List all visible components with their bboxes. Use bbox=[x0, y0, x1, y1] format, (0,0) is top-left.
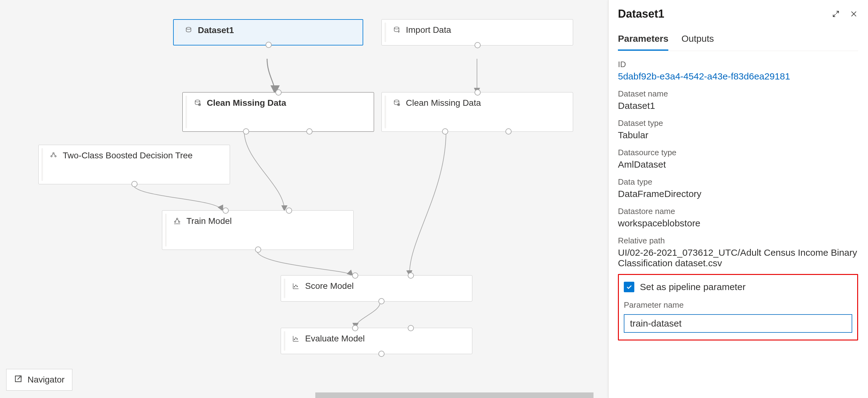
node-dataset1[interactable]: Dataset1 bbox=[173, 19, 363, 45]
field-label: Data type bbox=[618, 177, 858, 187]
tab-parameters[interactable]: Parameters bbox=[618, 30, 668, 51]
tab-outputs[interactable]: Outputs bbox=[681, 30, 714, 51]
node-output-port[interactable] bbox=[243, 128, 249, 134]
field-label: Dataset type bbox=[618, 118, 858, 128]
node-input-port[interactable] bbox=[275, 89, 282, 96]
svg-point-16 bbox=[296, 338, 297, 339]
navigator-label: Navigator bbox=[28, 375, 65, 385]
node-input-port[interactable] bbox=[408, 272, 414, 279]
horizontal-scrollbar[interactable] bbox=[315, 392, 593, 398]
expand-panel-button[interactable] bbox=[832, 9, 840, 18]
node-input-port[interactable] bbox=[408, 325, 414, 331]
node-two-class-bdt[interactable]: Two-Class Boosted Decision Tree bbox=[38, 145, 230, 184]
field-label: Datasource type bbox=[618, 148, 858, 157]
field-value: Tabular bbox=[618, 130, 858, 141]
svg-point-8 bbox=[55, 156, 56, 157]
algorithm-icon bbox=[49, 151, 58, 160]
svg-point-0 bbox=[186, 27, 191, 29]
field-label: Datastore name bbox=[618, 207, 858, 216]
svg-point-14 bbox=[297, 286, 298, 287]
node-train-model[interactable]: Train Model bbox=[162, 210, 353, 250]
node-output-port[interactable] bbox=[505, 128, 512, 134]
node-evaluate-model[interactable]: Evaluate Model bbox=[281, 328, 472, 354]
field-value: AmlDataset bbox=[618, 159, 858, 170]
properties-panel: Dataset1 Parameters Outputs ID 5dabf92b-… bbox=[608, 0, 868, 398]
node-label: Evaluate Model bbox=[305, 334, 365, 343]
svg-point-4 bbox=[394, 100, 399, 102]
navigator-icon bbox=[14, 374, 23, 385]
node-input-port[interactable] bbox=[286, 208, 292, 214]
field-value: UI/02-26-2021_073612_UTC/Adult Census In… bbox=[618, 247, 858, 269]
score-icon bbox=[291, 282, 300, 290]
field-value-id-link[interactable]: 5dabf92b-e3a4-4542-a43e-f83d6ea29181 bbox=[618, 71, 858, 82]
node-label: Train Model bbox=[186, 216, 232, 226]
node-handle[interactable] bbox=[41, 148, 43, 181]
node-handle[interactable] bbox=[185, 96, 187, 128]
node-output-port[interactable] bbox=[442, 128, 448, 134]
node-handle[interactable] bbox=[284, 279, 285, 298]
train-icon bbox=[173, 217, 182, 225]
field-label: ID bbox=[618, 60, 858, 69]
node-input-port[interactable] bbox=[352, 325, 358, 331]
node-import-data[interactable]: Import Data bbox=[381, 19, 573, 45]
node-handle[interactable] bbox=[165, 214, 166, 246]
node-output-port[interactable] bbox=[306, 128, 312, 134]
panel-tabs: Parameters Outputs bbox=[618, 30, 858, 51]
node-output-port[interactable] bbox=[474, 42, 481, 48]
close-panel-button[interactable] bbox=[849, 9, 858, 18]
node-output-port[interactable] bbox=[255, 246, 261, 253]
svg-point-13 bbox=[296, 285, 297, 286]
svg-point-7 bbox=[51, 156, 52, 157]
field-value: Dataset1 bbox=[618, 100, 858, 111]
dataset-icon bbox=[184, 26, 193, 35]
node-input-port[interactable] bbox=[352, 272, 358, 279]
node-output-port[interactable] bbox=[378, 351, 384, 357]
parameter-name-label: Parameter name bbox=[624, 300, 852, 310]
node-label: Import Data bbox=[406, 25, 451, 35]
field-value: DataFrameDirectory bbox=[618, 189, 858, 199]
node-handle[interactable] bbox=[384, 96, 386, 128]
evaluate-icon bbox=[291, 334, 300, 343]
field-label: Dataset name bbox=[618, 89, 858, 99]
node-clean-missing-data-1[interactable]: Clean Missing Data bbox=[182, 92, 374, 132]
field-label: Relative path bbox=[618, 236, 858, 246]
node-label: Score Model bbox=[305, 281, 353, 291]
node-input-port[interactable] bbox=[223, 208, 229, 214]
panel-fields: ID 5dabf92b-e3a4-4542-a43e-f83d6ea29181 … bbox=[618, 60, 858, 269]
node-output-port[interactable] bbox=[266, 42, 272, 48]
panel-title: Dataset1 bbox=[618, 7, 664, 21]
pipeline-parameter-highlight: Set as pipeline parameter Parameter name bbox=[618, 274, 858, 340]
node-input-port[interactable] bbox=[474, 89, 481, 96]
node-label: Dataset1 bbox=[198, 25, 234, 35]
node-handle[interactable] bbox=[177, 23, 178, 42]
node-handle[interactable] bbox=[284, 331, 285, 351]
transform-icon bbox=[193, 99, 202, 107]
node-clean-missing-data-2[interactable]: Clean Missing Data bbox=[381, 92, 573, 132]
svg-point-17 bbox=[297, 339, 298, 340]
svg-point-11 bbox=[178, 221, 180, 222]
node-label: Two-Class Boosted Decision Tree bbox=[63, 151, 193, 160]
svg-point-2 bbox=[195, 100, 200, 102]
node-label: Clean Missing Data bbox=[406, 98, 481, 108]
field-value: workspaceblobstore bbox=[618, 218, 858, 228]
svg-point-12 bbox=[294, 286, 295, 287]
node-label: Clean Missing Data bbox=[207, 98, 286, 108]
svg-point-1 bbox=[394, 27, 399, 29]
node-score-model[interactable]: Score Model bbox=[281, 275, 472, 302]
transform-icon bbox=[392, 99, 401, 107]
svg-point-10 bbox=[174, 221, 176, 222]
navigator-button[interactable]: Navigator bbox=[6, 369, 72, 391]
parameter-name-input[interactable] bbox=[624, 314, 852, 333]
set-pipeline-param-checkbox[interactable] bbox=[624, 282, 634, 292]
node-handle[interactable] bbox=[384, 23, 386, 42]
checkbox-label: Set as pipeline parameter bbox=[640, 282, 746, 292]
node-output-port[interactable] bbox=[131, 181, 137, 187]
svg-point-15 bbox=[294, 339, 295, 340]
import-data-icon bbox=[392, 26, 401, 34]
node-output-port[interactable] bbox=[378, 298, 384, 304]
